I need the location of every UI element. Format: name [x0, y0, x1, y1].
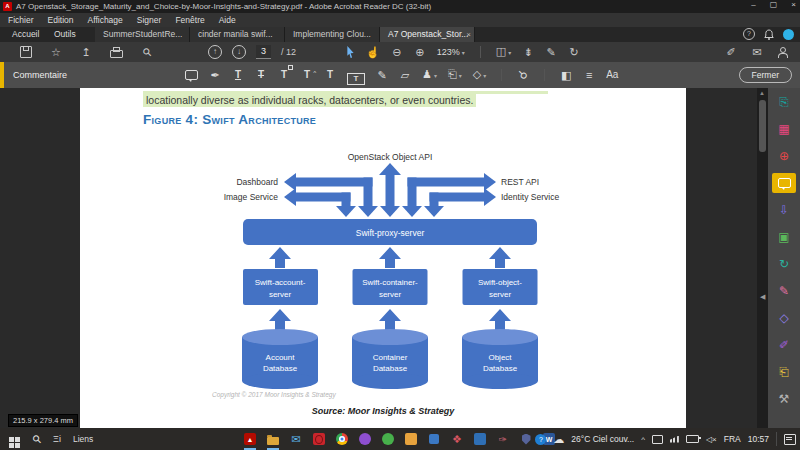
zoom-in-icon[interactable]: ⊕: [414, 42, 426, 62]
underline-text-icon[interactable]: T: [232, 62, 244, 88]
page-number-input[interactable]: 3: [256, 45, 271, 59]
measure-icon[interactable]: ✐: [776, 337, 792, 353]
close-button[interactable]: ×: [791, 0, 796, 9]
export-pdf-icon[interactable]: ⎘: [776, 94, 792, 110]
insert-text-icon[interactable]: T^: [301, 62, 313, 88]
volume-muted-icon[interactable]: ◁×: [706, 435, 717, 444]
links-toolbar-label[interactable]: Liens: [73, 434, 93, 444]
menu-signer[interactable]: Signer: [137, 15, 162, 25]
start-button-icon[interactable]: [9, 437, 14, 442]
weather-widget[interactable]: 26°C Ciel couv...: [571, 434, 634, 444]
onedrive-cloud-icon[interactable]: ☁: [553, 433, 564, 445]
taskbar-app-acrobat[interactable]: ▲: [243, 432, 257, 447]
combine-files-icon[interactable]: ⇩: [776, 202, 792, 218]
taskbar-app-opera[interactable]: [312, 432, 326, 447]
send-email-icon[interactable]: ✉: [751, 42, 763, 62]
collapse-panel-icon[interactable]: ◀: [760, 293, 765, 301]
taskbar-app-chrome[interactable]: [335, 432, 349, 447]
scrollbar-thumb[interactable]: [759, 100, 766, 152]
attach-file-icon[interactable]: ⎗▾: [448, 61, 462, 89]
vertical-scrollbar[interactable]: ▲: [757, 88, 768, 428]
sticky-note-icon[interactable]: [185, 70, 198, 80]
hand-tool-icon[interactable]: ☝: [366, 42, 380, 62]
organize-pages-icon[interactable]: ▦: [776, 121, 792, 137]
scroll-mode-icon[interactable]: ⇟: [522, 42, 534, 62]
clock[interactable]: 10:57: [748, 434, 769, 444]
taskbar-app-blue[interactable]: [427, 432, 441, 447]
tray-display-icon[interactable]: [652, 435, 663, 444]
menu-fichier[interactable]: Fichier: [8, 15, 34, 25]
eraser-icon[interactable]: ▱: [399, 62, 411, 88]
task-view-icon[interactable]: Ξi: [53, 434, 61, 444]
taskbar-app-pink[interactable]: ✑: [496, 432, 510, 447]
taskbar-app-blue-2[interactable]: [473, 432, 487, 447]
select-tool-icon[interactable]: [346, 46, 355, 58]
taskbar-app-mail[interactable]: ✉: [289, 432, 303, 447]
more-tools-icon[interactable]: ⚒: [776, 391, 792, 407]
taskbar-app-explorer[interactable]: [266, 432, 280, 447]
tab-doc-3[interactable]: Implementing Clou...: [285, 27, 380, 42]
close-comment-button[interactable]: Fermer: [739, 67, 792, 83]
stamp-icon[interactable]: ♟▾: [422, 61, 437, 89]
battery-icon[interactable]: [686, 435, 699, 443]
tray-help-icon[interactable]: ?: [535, 434, 546, 445]
share-with-people-icon[interactable]: [777, 46, 788, 58]
user-avatar[interactable]: [783, 29, 794, 40]
edit-pdf-icon[interactable]: ▣: [776, 229, 792, 245]
drawing-shapes-icon[interactable]: ◇▾: [473, 61, 486, 89]
page-up-icon[interactable]: ↑: [208, 45, 222, 59]
request-signatures-icon[interactable]: ⎗: [776, 364, 792, 380]
help-icon[interactable]: ?: [743, 28, 755, 40]
zoom-out-icon[interactable]: ⊖: [391, 42, 403, 62]
text-box-icon[interactable]: T: [347, 73, 365, 85]
star-favorite-icon[interactable]: ☆: [50, 42, 62, 62]
minimize-button[interactable]: –: [751, 0, 755, 9]
page-fit-icon[interactable]: ◫▾: [496, 41, 511, 63]
search-icon[interactable]: ⚲: [136, 41, 159, 64]
maximize-button[interactable]: ▢: [770, 0, 778, 9]
line-thickness-icon[interactable]: ≡: [583, 62, 595, 88]
scan-ocr-icon[interactable]: ↻: [776, 256, 792, 272]
share-upload-icon[interactable]: ↥: [80, 42, 92, 62]
comment-tool-icon[interactable]: [772, 173, 796, 193]
text-style-button[interactable]: Aa: [606, 62, 618, 88]
strikethrough-text-icon[interactable]: T: [255, 62, 267, 88]
taskbar-app-green[interactable]: [381, 432, 395, 447]
tab-doc-2[interactable]: cinder manila swif...: [190, 27, 285, 42]
taskbar-app-purple[interactable]: [358, 432, 372, 447]
taskbar-app-gem[interactable]: ❖: [450, 432, 464, 447]
replace-text-icon[interactable]: T: [278, 62, 290, 88]
notifications-bell-icon[interactable]: [764, 29, 774, 40]
save-icon[interactable]: [20, 46, 32, 58]
rotate-view-icon[interactable]: ↻: [568, 42, 580, 62]
add-text-icon[interactable]: T: [324, 62, 336, 88]
tab-accueil[interactable]: Accueil: [6, 27, 45, 42]
network-signal-icon[interactable]: [670, 436, 679, 443]
tab-outils[interactable]: Outils: [48, 27, 82, 42]
taskbar-app-antivirus[interactable]: [519, 432, 533, 447]
fill-and-sign-icon[interactable]: ✎: [776, 283, 792, 299]
fill-sign-pen-icon[interactable]: ✎: [545, 42, 557, 62]
menu-edition[interactable]: Edition: [48, 15, 74, 25]
protect-icon[interactable]: ◇: [776, 310, 792, 326]
action-center-icon[interactable]: [784, 434, 796, 445]
document-viewport[interactable]: Failure domains can be as localized as a…: [0, 88, 800, 428]
page-down-icon[interactable]: ↓: [232, 45, 246, 59]
hidden-icons-chevron[interactable]: ^: [641, 435, 645, 444]
language-indicator[interactable]: FRA: [724, 434, 741, 444]
fill-color-icon[interactable]: ◧: [560, 62, 572, 88]
tab-doc-active[interactable]: A7 Openstack_Stor... ×: [380, 27, 475, 42]
draw-pencil-icon[interactable]: ✎: [376, 62, 388, 88]
share-pen-icon[interactable]: ✐: [725, 42, 737, 62]
highlight-text-icon[interactable]: ✒: [209, 62, 221, 88]
print-icon[interactable]: [110, 50, 123, 58]
menu-affichage[interactable]: Affichage: [88, 15, 123, 25]
tab-close-icon[interactable]: ×: [466, 27, 471, 42]
scroll-up-icon[interactable]: ▲: [759, 90, 765, 96]
zoom-level-select[interactable]: 123%▾: [437, 47, 465, 57]
keep-tool-pin-icon[interactable]: ⚲: [510, 62, 537, 89]
create-pdf-icon[interactable]: ⊕: [776, 148, 792, 164]
tab-doc-1[interactable]: SummerStudentRe...: [95, 27, 190, 42]
menu-fenetre[interactable]: Fenêtre: [175, 15, 204, 25]
taskbar-search-icon[interactable]: ⚲: [30, 432, 45, 447]
